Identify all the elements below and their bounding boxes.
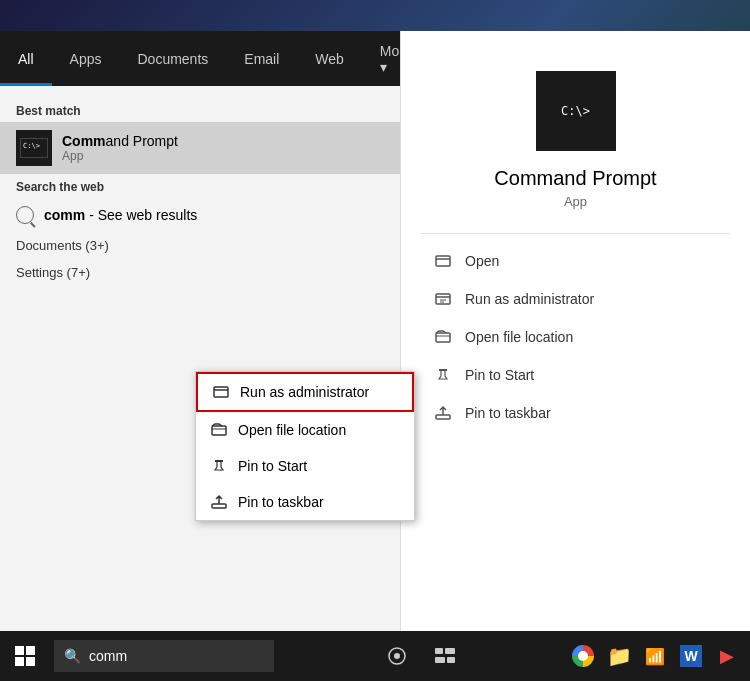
tab-apps[interactable]: Apps [52,31,120,86]
settings-category[interactable]: Settings (7+) [0,259,400,286]
search-query: comm [44,207,85,223]
ctx-pin-taskbar-label: Pin to taskbar [238,494,324,510]
ctx-pin-start-label: Pin to Start [238,458,307,474]
network-icon: 📶 [645,647,665,666]
open-location-icon [433,327,453,347]
cmd-app-icon [16,130,52,166]
action-open-label: Open [465,253,499,269]
panel-divider [421,233,730,234]
tabs-bar: All Apps Documents Email Web More ▾ [0,31,400,86]
svg-rect-9 [435,648,443,654]
action-open-location[interactable]: Open file location [421,318,730,356]
red-app-tray-icon[interactable]: ▶ [712,641,742,671]
svg-rect-4 [214,387,228,397]
action-open-location-label: Open file location [465,329,573,345]
ctx-open-file-label: Open file location [238,422,346,438]
action-pin-taskbar-label: Pin to taskbar [465,405,551,421]
svg-rect-11 [435,657,445,663]
search-web-suffix: - See web results [89,207,197,223]
context-menu: Run as administrator Open file location … [195,371,415,521]
tab-documents[interactable]: Documents [119,31,226,86]
folder-icon: 📁 [607,644,632,668]
ctx-run-admin-label: Run as administrator [240,384,369,400]
start-menu: All Apps Documents Email Web More ▾ Best… [0,31,400,631]
ctx-pin-start-icon [210,457,228,475]
cmd-result-text: Command Prompt App [62,133,384,163]
ctx-open-file-icon [210,421,228,439]
folder-tray-icon[interactable]: 📁 [604,641,634,671]
task-view-button[interactable] [377,636,417,676]
desktop: All Apps Documents Email Web More ▾ Best… [0,0,750,681]
search-web-row[interactable]: comm - See web results [0,198,400,232]
svg-rect-5 [212,426,226,435]
svg-rect-12 [447,657,455,663]
cmd-result-name: Command Prompt [62,133,384,149]
system-tray: 📁 📶 W ▶ [568,641,742,671]
best-match-header: Best match [0,98,400,122]
taskbar-search-text: comm [89,648,127,664]
ctx-run-admin-icon [212,383,230,401]
svg-rect-10 [445,648,455,654]
search-web-header: Search the web [0,174,400,198]
right-panel: Command Prompt App Open [400,31,750,631]
cmd-result-item[interactable]: Command Prompt App [0,122,400,174]
word-icon: W [680,645,702,667]
ctx-pin-start[interactable]: Pin to Start [196,448,414,484]
search-web-text: comm - See web results [44,207,197,223]
svg-rect-3 [436,415,450,419]
chrome-tray-icon[interactable] [568,641,598,671]
svg-rect-6 [212,504,226,508]
pin-taskbar-icon [433,403,453,423]
pin-start-icon [433,365,453,385]
action-pin-start-label: Pin to Start [465,367,534,383]
tab-web[interactable]: Web [297,31,362,86]
terminal-icon [20,138,48,158]
search-results-panel: Best match Command Prompt App Search the… [0,86,400,631]
tab-email[interactable]: Email [226,31,297,86]
search-web-icon [16,206,34,224]
ctx-open-file-location[interactable]: Open file location [196,412,414,448]
start-button[interactable] [0,631,50,681]
app-title-large: Command Prompt [494,167,656,190]
action-open[interactable]: Open [421,242,730,280]
cmd-result-subtype: App [62,149,384,163]
word-tray-icon[interactable]: W [676,641,706,671]
action-list: Open Run as administrator [421,242,730,432]
app-icon-large [536,71,616,151]
chrome-icon [572,645,594,667]
open-icon [433,251,453,271]
taskview-icon[interactable] [425,636,465,676]
svg-point-8 [394,653,400,659]
action-run-admin[interactable]: Run as administrator [421,280,730,318]
app-subtitle: App [564,194,587,209]
run-admin-icon [433,289,453,309]
svg-rect-0 [436,256,450,266]
ctx-run-admin[interactable]: Run as administrator [196,372,414,412]
taskbar: 🔍 comm [0,631,750,681]
taskbar-search-bar[interactable]: 🔍 comm [54,640,274,672]
ctx-pin-taskbar-icon [210,493,228,511]
svg-rect-2 [436,333,450,342]
network-tray-icon[interactable]: 📶 [640,641,670,671]
ctx-pin-taskbar[interactable]: Pin to taskbar [196,484,414,520]
windows-logo-icon [15,646,35,666]
red-app-icon: ▶ [720,645,734,667]
action-pin-taskbar[interactable]: Pin to taskbar [421,394,730,432]
action-run-admin-label: Run as administrator [465,291,594,307]
action-pin-start[interactable]: Pin to Start [421,356,730,394]
tab-all[interactable]: All [0,31,52,86]
documents-category[interactable]: Documents (3+) [0,232,400,259]
taskbar-search-icon: 🔍 [64,648,81,664]
taskbar-center-icons [274,636,568,676]
